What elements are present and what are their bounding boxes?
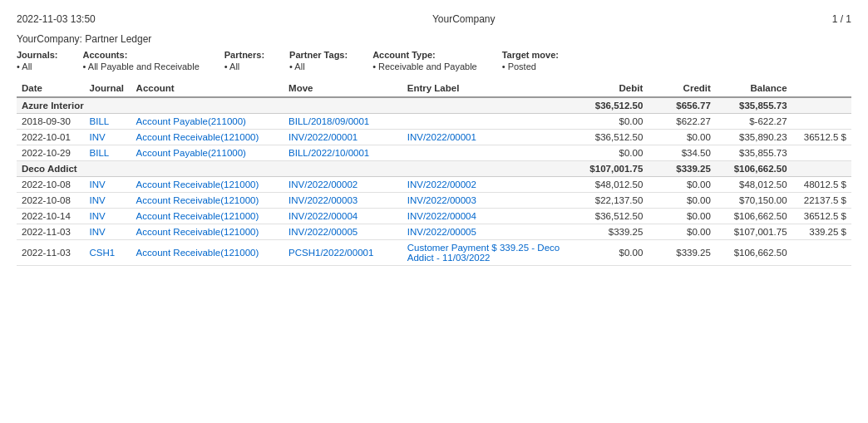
cell-journal: BILL [85, 145, 131, 161]
col-header-journal: Journal [85, 80, 131, 97]
move-link[interactable]: INV/2022/00003 [289, 195, 358, 205]
cell-account: Account Receivable(121000) [131, 193, 284, 209]
account-link[interactable]: Account Receivable(121000) [136, 180, 259, 189]
move-link[interactable]: INV/2022/00001 [289, 132, 358, 142]
cell-date: 2022-11-03 [17, 240, 85, 266]
cell-date: 2018-09-30 [17, 114, 85, 130]
move-link[interactable]: INV/2022/00004 [289, 211, 358, 221]
journal-link[interactable]: INV [90, 132, 106, 142]
filter-partners-label: Partners: [224, 50, 264, 60]
cell-journal: CSH1 [85, 240, 131, 266]
cell-debit: $0.00 [572, 240, 649, 266]
col-header-credit: Credit [648, 80, 716, 97]
move-link[interactable]: INV/2022/00002 [289, 180, 358, 189]
entry-link[interactable]: INV/2022/00002 [407, 180, 476, 189]
account-link[interactable]: Account Receivable(121000) [136, 132, 259, 142]
cell-entry: INV/2022/00001 [402, 130, 572, 145]
move-link[interactable]: BILL/2018/09/0001 [289, 116, 369, 126]
col-header-running [792, 80, 851, 97]
group-credit: $656.77 [648, 97, 716, 114]
cell-running: 36512.5 $ [792, 130, 851, 145]
journal-link[interactable]: INV [90, 211, 106, 221]
group-credit: $339.25 [648, 161, 716, 177]
cell-journal: INV [85, 224, 131, 240]
journal-link[interactable]: CSH1 [90, 248, 116, 258]
group-running [792, 161, 851, 177]
journal-link[interactable]: BILL [90, 116, 110, 126]
filter-accounts-label: Accounts: [83, 50, 200, 60]
entry-link[interactable]: INV/2022/00004 [407, 211, 476, 221]
col-header-move: Move [284, 80, 402, 97]
cell-balance: $106,662.50 [716, 240, 792, 266]
move-link[interactable]: BILL/2022/10/0001 [289, 148, 369, 158]
cell-debit: $22,137.50 [572, 193, 649, 209]
cell-journal: INV [85, 130, 131, 145]
cell-credit: $0.00 [648, 130, 716, 145]
move-link[interactable]: PCSH1/2022/00001 [289, 248, 373, 258]
cell-running [792, 240, 851, 266]
table-row: 2018-09-30 BILL Account Payable(211000) … [17, 114, 851, 130]
cell-entry: INV/2022/00003 [402, 193, 572, 209]
cell-move: INV/2022/00004 [284, 209, 402, 224]
filter-account-type: Account Type: Receivable and Payable [372, 50, 477, 71]
cell-running: 48012.5 $ [792, 177, 851, 193]
cell-move: INV/2022/00002 [284, 177, 402, 193]
entry-link[interactable]: Customer Payment $ 339.25 - Deco Addict … [407, 243, 560, 263]
cell-entry [402, 114, 572, 130]
cell-date: 2022-10-01 [17, 130, 85, 145]
table-row: 2022-10-01 INV Account Receivable(121000… [17, 130, 851, 145]
move-link[interactable]: INV/2022/00005 [289, 227, 358, 237]
group-debit: $107,001.75 [572, 161, 649, 177]
group-name: Azure Interior [17, 97, 572, 114]
cell-journal: INV [85, 193, 131, 209]
account-link[interactable]: Account Receivable(121000) [136, 211, 259, 221]
table-row: 2022-10-08 INV Account Receivable(121000… [17, 177, 851, 193]
cell-date: 2022-11-03 [17, 224, 85, 240]
cell-credit: $0.00 [648, 177, 716, 193]
group-debit: $36,512.50 [572, 97, 649, 114]
filters-row: Journals: All Accounts: All Payable and … [17, 50, 851, 71]
cell-account: Account Receivable(121000) [131, 240, 284, 266]
cell-balance: $35,855.73 [716, 145, 792, 161]
account-link[interactable]: Account Payable(211000) [136, 148, 246, 158]
cell-account: Account Payable(211000) [131, 145, 284, 161]
cell-debit: $0.00 [572, 145, 649, 161]
account-link[interactable]: Account Receivable(121000) [136, 227, 259, 237]
account-link[interactable]: Account Receivable(121000) [136, 248, 259, 258]
filter-accounts-value: All Payable and Receivable [83, 61, 200, 71]
cell-running [792, 145, 851, 161]
cell-account: Account Receivable(121000) [131, 209, 284, 224]
cell-credit: $339.25 [648, 240, 716, 266]
cell-entry: INV/2022/00002 [402, 177, 572, 193]
account-link[interactable]: Account Payable(211000) [136, 116, 246, 126]
journal-link[interactable]: INV [90, 180, 106, 189]
cell-date: 2022-10-29 [17, 145, 85, 161]
cell-entry: INV/2022/00005 [402, 224, 572, 240]
filter-target-move-label: Target move: [502, 50, 559, 60]
filter-journals-label: Journals: [17, 50, 58, 60]
cell-journal: BILL [85, 114, 131, 130]
entry-link[interactable]: INV/2022/00005 [407, 227, 476, 237]
entry-link[interactable]: INV/2022/00003 [407, 195, 476, 205]
account-link[interactable]: Account Receivable(121000) [136, 195, 259, 205]
cell-move: BILL/2022/10/0001 [284, 145, 402, 161]
group-balance: $35,855.73 [716, 97, 792, 114]
table-header-row: Date Journal Account Move Entry Label De… [17, 80, 851, 97]
journal-link[interactable]: INV [90, 195, 106, 205]
cell-balance: $35,890.23 [716, 130, 792, 145]
journal-link[interactable]: BILL [90, 148, 110, 158]
table-row: 2022-11-03 INV Account Receivable(121000… [17, 224, 851, 240]
cell-journal: INV [85, 209, 131, 224]
cell-credit: $0.00 [648, 193, 716, 209]
group-row: Azure Interior $36,512.50 $656.77 $35,85… [17, 97, 851, 114]
report-title: YourCompany: Partner Ledger [17, 33, 851, 45]
filter-journals: Journals: All [17, 50, 58, 71]
cell-debit: $339.25 [572, 224, 649, 240]
cell-running: 36512.5 $ [792, 209, 851, 224]
journal-link[interactable]: INV [90, 227, 106, 237]
cell-date: 2022-10-08 [17, 177, 85, 193]
cell-debit: $36,512.50 [572, 130, 649, 145]
entry-link[interactable]: INV/2022/00001 [407, 132, 476, 142]
cell-balance: $70,150.00 [716, 193, 792, 209]
filter-account-type-value: Receivable and Payable [372, 61, 477, 71]
